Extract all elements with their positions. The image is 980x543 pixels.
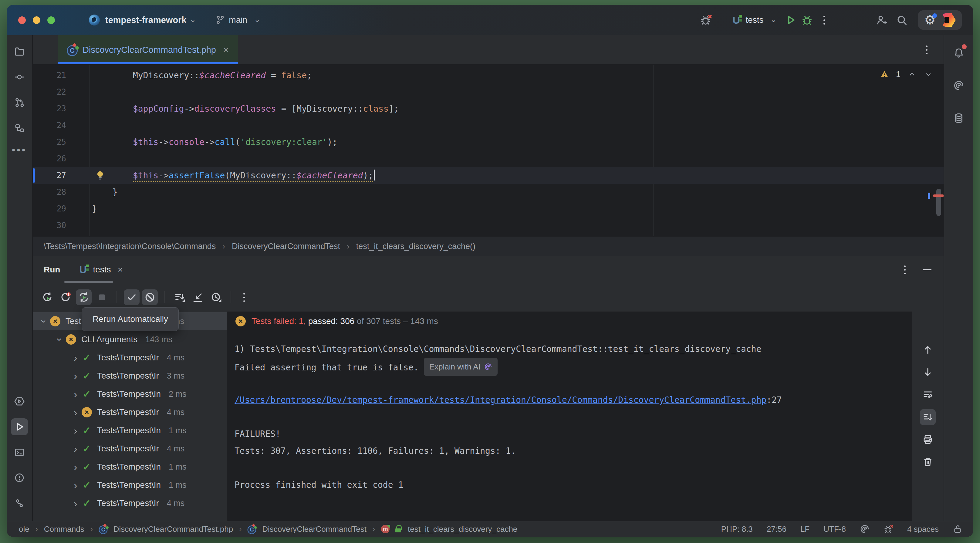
code-line-29[interactable]: 29} [33, 200, 943, 217]
error-stripe-mark[interactable] [933, 194, 943, 197]
test-history-menu[interactable] [208, 289, 224, 305]
chevron-collapsed-icon[interactable]: › [70, 461, 81, 473]
vcs-tool-icon[interactable] [11, 495, 28, 512]
code-line-26[interactable]: 26 [33, 151, 943, 167]
next-issue-icon[interactable] [924, 70, 933, 79]
prev-failed-test-button[interactable] [920, 342, 936, 358]
chevron-collapsed-icon[interactable]: › [70, 479, 81, 491]
rerun-button[interactable] [40, 289, 55, 305]
php-version[interactable]: PHP: 8.3 [721, 524, 753, 534]
debug-button[interactable] [801, 14, 813, 26]
test-tree-row[interactable]: ›✓Tests\Tempest\Ir4 ms [33, 349, 227, 367]
chevron-collapsed-icon[interactable]: › [70, 425, 81, 437]
file-encoding[interactable]: UTF-8 [823, 524, 846, 534]
commit-tool-icon[interactable] [11, 68, 28, 86]
test-tree-row[interactable]: ›✓Tests\Tempest\Ir3 ms [33, 367, 227, 385]
sort-tests-menu[interactable] [172, 289, 188, 305]
chevron-collapsed-icon[interactable]: › [70, 352, 81, 364]
code-line-22[interactable]: 22 [33, 84, 943, 100]
close-tab-icon[interactable]: × [223, 44, 229, 55]
test-tree-row[interactable]: ›✓Tests\Tempest\In2 ms [33, 385, 227, 403]
more-actions-menu[interactable] [818, 14, 830, 26]
breadcrumb-method[interactable]: test_it_clears_discovery_cache() [356, 242, 476, 251]
project-tool-icon[interactable] [11, 43, 28, 60]
code-editor[interactable]: 21 MyDiscovery::$cacheCleared = false;22… [33, 65, 943, 236]
status-crumb-method[interactable]: test_it_clears_discovery_cache [408, 524, 517, 534]
code-line-27[interactable]: 27 $this->assertFalse(MyDiscovery::$cach… [33, 167, 943, 184]
editor-tab-active[interactable]: C DiscoveryClearCommandTest.php × [58, 35, 238, 64]
run-panel-options-menu[interactable] [899, 264, 911, 276]
unlocked-padlock-icon[interactable] [953, 524, 963, 534]
settings-gear-icon[interactable]: ⚙ [924, 14, 936, 26]
chevron-collapsed-icon[interactable]: › [70, 388, 81, 400]
chevron-collapsed-icon[interactable]: › [70, 497, 81, 509]
run-toolbar-more-menu[interactable] [238, 291, 250, 303]
explain-with-ai-button[interactable]: Explain with AI [424, 358, 498, 376]
run-tab[interactable]: U tests × [77, 264, 123, 275]
indent-setting[interactable]: 4 spaces [907, 524, 939, 534]
zoom-window-button[interactable] [47, 16, 55, 24]
chevron-collapsed-icon[interactable]: › [70, 443, 81, 455]
rerun-failed-tests-button[interactable] [58, 289, 73, 305]
caret-position[interactable]: 27:56 [767, 524, 786, 534]
print-button[interactable] [920, 432, 936, 448]
info-stripe-mark[interactable] [928, 193, 930, 199]
run-button[interactable] [784, 14, 797, 26]
ai-status-icon[interactable] [860, 524, 870, 534]
search-everywhere-icon[interactable] [896, 14, 908, 26]
notifications-bell-icon[interactable] [950, 44, 967, 61]
code-line-23[interactable]: 23 $appConfig->discoveryClasses = [MyDis… [33, 100, 943, 117]
services-tool-icon[interactable] [11, 393, 28, 410]
show-ignored-toggle[interactable] [142, 289, 158, 305]
hide-panel-button[interactable] [923, 269, 931, 270]
test-tree-row[interactable]: ›✓Tests\Tempest\In1 ms [33, 421, 227, 440]
editor-scrollbar[interactable] [936, 189, 941, 216]
test-tree-row[interactable]: ›✓Tests\Tempest\In1 ms [33, 458, 227, 476]
prev-issue-icon[interactable] [907, 70, 917, 79]
status-crumb-folder[interactable]: Commands [44, 524, 84, 534]
chevron-collapsed-icon[interactable]: › [70, 370, 81, 382]
code-with-me-icon[interactable] [876, 14, 888, 26]
close-window-button[interactable] [18, 16, 26, 24]
test-tree-row[interactable]: ›✓Tests\Tempest\In1 ms [33, 476, 227, 494]
test-tree-row[interactable]: ›✓Tests\Tempest\Ir4 ms [33, 440, 227, 458]
run-tool-icon[interactable] [11, 418, 28, 435]
rerun-automatically-toggle[interactable] [76, 289, 92, 305]
close-run-tab-icon[interactable]: × [118, 265, 123, 275]
soft-wrap-toggle[interactable] [920, 387, 936, 403]
test-console[interactable]: × Tests failed: 1, passed: 306 of 307 te… [227, 311, 912, 521]
tab-options-menu[interactable] [921, 44, 933, 56]
branch-widget[interactable]: main ⌄ [215, 15, 261, 25]
test-tree-row[interactable]: ›✓Tests\Tempest\Ir4 ms [33, 494, 227, 512]
database-tool-icon[interactable] [950, 110, 967, 127]
code-line-25[interactable]: 25 $this->console->call('discovery:clear… [33, 134, 943, 151]
import-test-results-button[interactable] [190, 289, 206, 305]
chevron-expanded-icon[interactable]: › [54, 334, 66, 345]
file-link[interactable]: /Users/brentroose/Dev/tempest-framework/… [234, 395, 767, 405]
terminal-tool-icon[interactable] [11, 444, 28, 461]
chevron-collapsed-icon[interactable]: › [70, 406, 81, 418]
code-line-24[interactable]: 24 [33, 117, 943, 134]
code-line-28[interactable]: 28 } [33, 184, 943, 200]
line-ending[interactable]: LF [800, 524, 810, 534]
project-name[interactable]: tempest-framework [105, 15, 186, 25]
pull-requests-tool-icon[interactable] [11, 94, 28, 111]
scroll-to-end-toggle[interactable] [920, 409, 936, 425]
status-crumb-class[interactable]: DiscoveryClearCommandTest [262, 524, 366, 534]
breadcrumb-class[interactable]: DiscoveryClearCommandTest [232, 242, 340, 251]
status-crumb-file[interactable]: DiscoveryClearCommandTest.php [113, 524, 233, 534]
jetbrains-ai-icon[interactable] [942, 13, 956, 27]
chevron-expanded-icon[interactable]: › [38, 316, 50, 326]
minimize-window-button[interactable] [33, 16, 40, 24]
more-tool-windows-icon[interactable]: ••• [12, 145, 27, 155]
problems-tool-icon[interactable] [11, 469, 28, 486]
run-configuration-select[interactable]: U tests ⌄ [730, 14, 777, 26]
test-tree-row[interactable]: ›×Tests\Tempest\Ir4 ms [33, 403, 227, 421]
code-line-30[interactable]: 30 [33, 217, 943, 234]
mute-breakpoints-status-icon[interactable] [883, 524, 893, 534]
inspection-widget[interactable]: 1 [880, 70, 933, 79]
next-failed-test-button[interactable] [920, 364, 936, 380]
structure-tool-icon[interactable] [11, 119, 28, 137]
breadcrumb-package[interactable]: \Tests\Tempest\Integration\Console\Comma… [44, 242, 216, 251]
test-tree-row[interactable]: ›×CLI Arguments143 ms [33, 330, 227, 349]
